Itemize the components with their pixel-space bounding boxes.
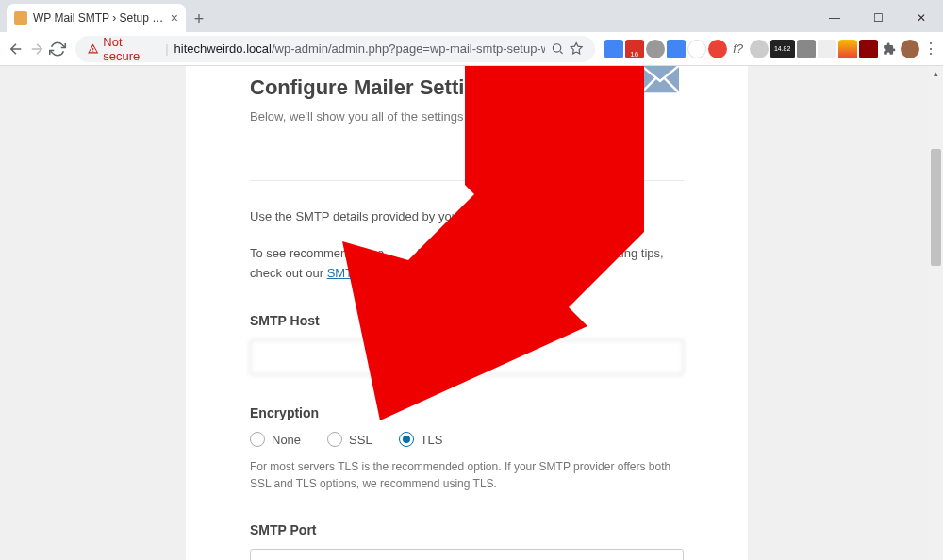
extension-icon[interactable] xyxy=(818,40,836,58)
reload-button[interactable] xyxy=(49,36,66,62)
extension-icons: 16 f? 14.82 ⋮ xyxy=(604,40,940,58)
search-in-page-icon[interactable] xyxy=(551,41,564,56)
encryption-ssl-radio[interactable]: SSL xyxy=(327,432,372,447)
radio-icon xyxy=(399,432,414,447)
scrollbar[interactable]: ▴ xyxy=(929,66,943,560)
radio-icon xyxy=(327,432,342,447)
security-indicator: Not secure xyxy=(87,35,159,63)
extension-icon[interactable] xyxy=(667,40,686,58)
scrollbar-thumb[interactable] xyxy=(931,149,941,266)
profile-avatar[interactable] xyxy=(901,40,919,58)
extension-icon[interactable] xyxy=(646,40,665,58)
smtp-port-label: SMTP Port xyxy=(250,522,684,537)
smtp-port-input[interactable] xyxy=(250,549,684,560)
bookmark-star-icon[interactable] xyxy=(570,41,583,56)
extension-icon[interactable] xyxy=(687,40,706,58)
radio-icon xyxy=(250,432,265,447)
extension-icon[interactable] xyxy=(604,40,623,58)
smtp-docs-link[interactable]: SMTP d xyxy=(327,266,372,280)
encryption-label: Encryption xyxy=(250,405,684,420)
extension-icon[interactable]: 16 xyxy=(625,40,644,58)
tab-title: WP Mail SMTP › Setup Wizard xyxy=(33,11,165,25)
browser-toolbar: Not secure | hitechweirdo.local/wp-admin… xyxy=(0,32,943,66)
encryption-help-text: For most servers TLS is the recommended … xyxy=(250,458,684,492)
extension-icon[interactable] xyxy=(708,40,727,58)
extension-icon[interactable] xyxy=(838,40,857,58)
page-subtitle: Below, we'll show you all of the setting… xyxy=(250,109,684,124)
browser-tab[interactable]: WP Mail SMTP › Setup Wizard × xyxy=(7,4,186,32)
back-button[interactable] xyxy=(8,36,25,62)
help-paragraph: To see recommended settings for this mai… xyxy=(250,244,684,284)
encryption-radio-group: None SSL TLS xyxy=(250,432,684,447)
forward-button[interactable] xyxy=(28,36,45,62)
url-text: hitechweirdo.local/wp-admin/admin.php?pa… xyxy=(174,41,545,56)
setup-wizard-panel: Configure Mailer Settings Below, we'll s… xyxy=(186,66,748,560)
browser-menu-icon[interactable]: ⋮ xyxy=(921,40,940,58)
divider xyxy=(250,180,684,181)
tab-close-icon[interactable]: × xyxy=(171,10,178,25)
window-controls: — ☐ ✕ xyxy=(813,4,943,32)
new-tab-button[interactable]: + xyxy=(186,6,212,32)
extension-icon[interactable]: 14.82 xyxy=(770,40,795,58)
encryption-tls-radio[interactable]: TLS xyxy=(399,432,443,447)
smtp-host-input[interactable] xyxy=(250,339,684,375)
page-viewport: Configure Mailer Settings Below, we'll s… xyxy=(0,66,943,560)
extension-icon[interactable] xyxy=(797,40,816,58)
scroll-up-icon[interactable]: ▴ xyxy=(929,66,943,80)
smtp-host-label: SMTP Host xyxy=(250,313,684,328)
address-bar[interactable]: Not secure | hitechweirdo.local/wp-admin… xyxy=(75,36,595,62)
minimize-button[interactable]: — xyxy=(813,4,856,32)
help-paragraph: Use the SMTP details provided by your ho… xyxy=(250,207,684,227)
encryption-none-radio[interactable]: None xyxy=(250,432,301,447)
extensions-puzzle-icon[interactable] xyxy=(880,40,899,58)
svg-point-0 xyxy=(553,44,560,52)
extension-icon[interactable] xyxy=(750,40,769,58)
browser-tab-strip: WP Mail SMTP › Setup Wizard × + — ☐ ✕ xyxy=(0,0,943,32)
tab-favicon xyxy=(14,11,27,25)
maximize-button[interactable]: ☐ xyxy=(856,4,900,32)
page-title: Configure Mailer Settings xyxy=(250,75,684,100)
mail-icon xyxy=(640,66,680,94)
close-window-button[interactable]: ✕ xyxy=(900,4,943,32)
extension-icon[interactable] xyxy=(859,40,878,58)
warning-icon xyxy=(87,42,99,56)
extension-icon[interactable]: f? xyxy=(729,40,748,58)
